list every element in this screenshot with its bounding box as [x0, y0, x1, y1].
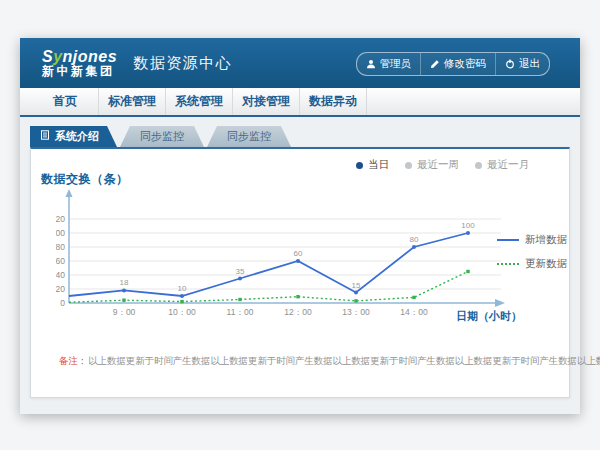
svg-text:40: 40 — [56, 270, 65, 280]
user-menu-admin[interactable]: 管理员 — [357, 53, 421, 75]
page-title: 数据资源中心 — [133, 54, 232, 73]
radio-dot-icon — [475, 162, 482, 169]
nav-item-standard-mgmt[interactable]: 标准管理 — [99, 88, 166, 115]
app-window: Synjones 新中新集团 数据资源中心 管理员 修改密码 退出 — [20, 38, 580, 414]
x-axis-title: 日期（小时） — [456, 309, 522, 324]
svg-text:12：00: 12：00 — [284, 307, 312, 317]
line-chart: 0204060801001209：0010：0011：0012：0013：001… — [56, 187, 516, 321]
footnote: 备注：以上数据更新于时间产生数据以上数据更新于时间产生数据以上数据更新于时间产生… — [59, 355, 600, 368]
power-icon — [505, 59, 515, 69]
tab-label: 系统介绍 — [55, 126, 99, 147]
desktop-background: Synjones 新中新集团 数据资源中心 管理员 修改密码 退出 — [0, 0, 600, 450]
edit-icon — [430, 59, 440, 69]
svg-text:20: 20 — [56, 284, 65, 294]
svg-text:120: 120 — [56, 214, 65, 224]
nav-item-home[interactable]: 首页 — [32, 88, 99, 115]
radio-dot-icon — [356, 162, 363, 169]
brand-accent-letter: y — [53, 48, 62, 65]
svg-text:9：00: 9：00 — [113, 307, 136, 317]
logout-button[interactable]: 退出 — [495, 53, 549, 75]
y-axis-title: 数据交换（条） — [41, 171, 129, 188]
document-icon — [40, 126, 50, 147]
user-menu: 管理员 修改密码 退出 — [356, 52, 551, 76]
legend-label: 更新数据 — [525, 257, 567, 271]
brand-logo[interactable]: Synjones 新中新集团 — [42, 48, 117, 79]
change-password-button[interactable]: 修改密码 — [420, 53, 495, 75]
svg-text:15: 15 — [352, 281, 361, 290]
tab-sync-monitor-1[interactable]: 同步监控 — [120, 126, 204, 147]
svg-text:18: 18 — [120, 278, 129, 287]
svg-text:35: 35 — [236, 267, 245, 276]
svg-text:14：00: 14：00 — [400, 307, 428, 317]
radio-dot-icon — [405, 162, 412, 169]
footnote-text: 以上数据更新于时间产生数据以上数据更新于时间产生数据以上数据更新于时间产生数据以… — [88, 355, 600, 366]
filter-last-month[interactable]: 最近一月 — [475, 158, 529, 172]
filter-today-label: 当日 — [368, 158, 389, 172]
user-menu-admin-label: 管理员 — [380, 57, 412, 71]
legend-item-updated-data[interactable]: 更新数据 — [497, 257, 567, 271]
main-nav: 首页 标准管理 系统管理 对接管理 数据异动 — [20, 88, 580, 117]
solid-line-icon — [497, 239, 519, 241]
filter-last-week-label: 最近一周 — [417, 158, 459, 172]
svg-text:60: 60 — [294, 249, 303, 258]
filter-today[interactable]: 当日 — [356, 158, 389, 172]
filter-last-month-label: 最近一月 — [487, 158, 529, 172]
svg-text:13：00: 13：00 — [342, 307, 370, 317]
svg-text:0: 0 — [60, 298, 65, 308]
chart-panel: 当日 最近一周 最近一月 数据交换（条） 0204060801001209：00… — [30, 147, 570, 398]
svg-text:11：00: 11：00 — [227, 307, 254, 317]
dotted-line-icon — [497, 263, 519, 265]
svg-text:100: 100 — [56, 228, 65, 238]
tab-system-intro[interactable]: 系统介绍 — [30, 126, 117, 147]
logout-label: 退出 — [519, 57, 540, 71]
svg-text:10：00: 10：00 — [168, 307, 196, 317]
nav-item-data-change[interactable]: 数据异动 — [300, 88, 367, 115]
brand-company: 新中新集团 — [42, 65, 117, 78]
app-header: Synjones 新中新集团 数据资源中心 管理员 修改密码 退出 — [20, 38, 580, 88]
svg-text:60: 60 — [56, 256, 65, 266]
svg-text:80: 80 — [56, 242, 65, 252]
svg-text:80: 80 — [410, 235, 419, 244]
nav-item-system-mgmt[interactable]: 系统管理 — [166, 88, 233, 115]
range-filters: 当日 最近一周 最近一月 — [356, 158, 529, 172]
nav-item-interface-mgmt[interactable]: 对接管理 — [233, 88, 300, 115]
tab-bar: 系统介绍 同步监控 同步监控 — [20, 117, 580, 147]
change-password-label: 修改密码 — [444, 57, 486, 71]
chart-legend: 新增数据 更新数据 — [497, 233, 567, 271]
user-icon — [366, 59, 376, 69]
tab-sync-monitor-2[interactable]: 同步监控 — [207, 126, 291, 147]
svg-text:100: 100 — [461, 221, 475, 230]
legend-label: 新增数据 — [525, 233, 567, 247]
footnote-prefix: 备注： — [59, 355, 87, 366]
brand-name: Synjones — [42, 48, 117, 66]
svg-text:10: 10 — [178, 284, 187, 293]
content-area: 系统介绍 同步监控 同步监控 当日 最近一周 最近一月 数据交换（条） 0204… — [20, 117, 580, 398]
filter-last-week[interactable]: 最近一周 — [405, 158, 459, 172]
legend-item-new-data[interactable]: 新增数据 — [497, 233, 567, 247]
